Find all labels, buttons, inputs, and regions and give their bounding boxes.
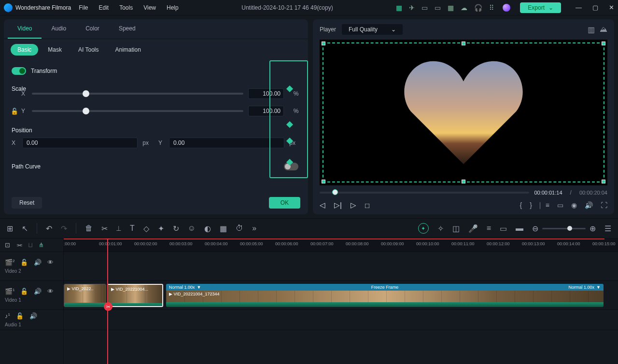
menu-edit[interactable]: Edit [99,4,109,11]
track-video2-row[interactable] [64,252,618,281]
export-button[interactable]: Export ⌄ [520,2,561,13]
subtab-aitools[interactable]: AI Tools [71,44,105,56]
mute-icon[interactable]: 🔊 [34,259,42,266]
card-icon[interactable]: ▭ [421,4,428,12]
face-icon[interactable]: ☺ [188,224,196,233]
tab-speed[interactable]: Speed [109,19,145,39]
tab-color[interactable]: Color [76,19,109,39]
keyframe-position[interactable] [286,159,293,166]
cut-icon[interactable]: ✂ [101,224,108,233]
smart-edit-icon[interactable]: ✦ [418,223,429,234]
grid-icon[interactable]: ▦ [448,4,454,12]
link-lock-icon[interactable]: 🔓 [11,108,18,115]
list-icon[interactable]: ☰ [604,224,611,233]
scale-x-slider[interactable] [32,93,243,95]
step-fwd-icon[interactable]: ▷| [334,201,342,210]
brace-open-icon[interactable]: { [520,201,522,210]
time-ruler[interactable]: :00:0000:00:01:0000:00:02:0000:00:03:000… [64,238,618,252]
track-audio1-row[interactable] [64,310,618,330]
timeline-tracks[interactable]: :00:0000:00:01:0000:00:02:0000:00:03:000… [64,238,618,364]
clip-2[interactable]: ▶ VID_20221004... [107,284,163,307]
keyframe-scale-x[interactable] [286,121,293,128]
position-x-input[interactable]: 0.00 [22,138,138,148]
timer-icon[interactable]: ⏱ [236,224,243,233]
track-header-video2[interactable]: 🎬2 🔓 🔊 👁 Video 2 [0,252,63,281]
zoom-out-icon[interactable]: ⊖ [532,224,538,233]
lock-icon[interactable]: 🔓 [20,259,28,266]
snapshot-icon[interactable]: ◉ [571,201,577,210]
subtab-mask[interactable]: Mask [41,44,69,56]
shield-icon[interactable]: ◫ [452,224,460,233]
magnet-icon[interactable]: ⊔ [28,241,33,249]
color-icon[interactable]: ◐ [204,224,211,233]
keyframe-scale-y[interactable] [286,138,293,144]
reset-button[interactable]: Reset [12,197,42,209]
selection-border[interactable] [323,42,604,182]
resize-handle-br[interactable] [602,180,605,183]
tab-video[interactable]: Video [8,19,42,39]
send-icon[interactable]: ✈ [409,4,415,12]
devices-icon[interactable]: ▭ [435,4,441,12]
maximize-button[interactable]: ▢ [592,4,598,11]
brace-close-icon[interactable]: } [530,201,532,210]
resize-handle-tr[interactable] [602,42,605,45]
step-back-icon[interactable]: ◁ [320,201,325,210]
cloud-icon[interactable]: ☁ [461,4,467,12]
volume-icon[interactable]: 🔊 [585,201,593,210]
more-icon[interactable]: » [252,224,256,233]
resize-handle-tl[interactable] [322,42,325,45]
lock-icon[interactable]: 🔓 [20,288,28,295]
position-y-input[interactable]: 0.00 [169,138,284,148]
menu-file[interactable]: File [79,4,88,11]
transform-toggle[interactable] [12,67,26,75]
caption-icon[interactable]: ▬ [516,224,523,233]
clip-1[interactable]: ▶ VID_2022.. [64,284,106,307]
picture-icon[interactable]: ⛰ [600,25,607,34]
subtab-basic[interactable]: Basic [11,44,38,56]
clip-3[interactable]: Normal 1.00x▼ Freeze Frame Normal 1.00x▼… [166,284,604,307]
screen-icon[interactable]: ▭ [500,224,507,233]
resize-handle-b[interactable] [462,180,465,183]
subtab-animation[interactable]: Animation [108,44,147,56]
auto-icon[interactable]: ⋔ [39,241,44,249]
playhead[interactable] [107,238,108,364]
snap-icon[interactable]: ⊡ [5,241,10,249]
menu-view[interactable]: View [143,4,156,11]
keyframe-transform[interactable] [286,85,293,92]
group-icon[interactable]: ▦ [220,224,227,233]
crop-icon[interactable]: ⟂ [116,224,121,233]
visibility-icon[interactable]: 👁 [47,288,54,295]
profile-avatar[interactable] [503,4,510,12]
tab-audio[interactable]: Audio [42,19,76,39]
mute-icon[interactable]: 🔊 [29,312,37,320]
quality-dropdown[interactable]: Full Quality ⌄ [342,24,403,35]
track-header-video1[interactable]: 🎬1 🔓 🔊 👁 Video 1 [0,281,63,310]
marker-icon[interactable]: ⎸≡ [540,201,549,210]
headphones-icon[interactable]: 🎧 [474,4,482,12]
redo-icon[interactable]: ↷ [61,224,67,233]
menu-tools[interactable]: Tools [119,4,133,11]
stop-icon[interactable]: □ [365,201,369,210]
history-icon[interactable]: ↻ [173,224,179,233]
apps-icon[interactable]: ⠿ [489,4,494,12]
compare-view-icon[interactable]: ▥ [588,25,595,34]
lock-icon[interactable]: 🔓 [16,312,24,320]
menu-help[interactable]: Help [167,4,179,11]
track-header-audio1[interactable]: ♪1 🔓 🔊 Audio 1 [0,310,63,330]
resize-handle-bl[interactable] [322,180,325,183]
preview-canvas[interactable] [320,40,607,185]
scissors-icon[interactable]: ✂ [104,302,112,311]
preview-scrubber[interactable] [320,192,529,194]
zoom-slider[interactable] [542,228,586,229]
ok-button[interactable]: OK [269,197,300,209]
play-icon[interactable]: ▷ [351,201,356,210]
link-icon[interactable]: ⫘ [16,241,22,249]
cursor-icon[interactable]: ↖ [22,224,28,233]
zoom-in-icon[interactable]: ⊕ [590,224,596,233]
display-icon[interactable]: ▭ [557,201,563,210]
mixer-icon[interactable]: ≡ [487,224,491,233]
resize-handle-t[interactable] [462,42,465,45]
close-button[interactable]: ✕ [609,4,614,11]
mic-icon[interactable]: 🎤 [468,224,478,233]
track-video1-row[interactable]: ✂ ▶ VID_2022.. ▶ VID_20221004... Normal … [64,281,618,310]
